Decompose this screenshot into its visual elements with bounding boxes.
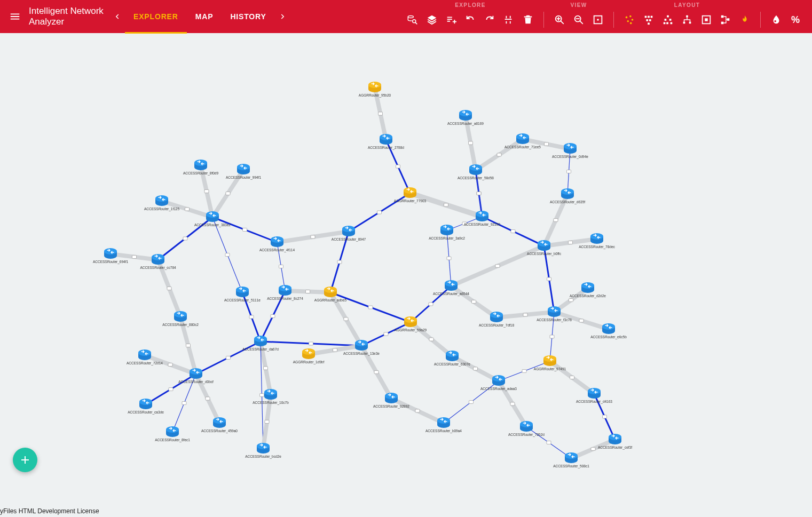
router-node[interactable]: ACCESSRouter_d635f [550, 188, 585, 204]
edge-badge [477, 192, 481, 195]
layout-organic-button[interactable] [620, 11, 638, 29]
graph-canvas[interactable]: AGGRRouter_95b20ACCESSRouter_2788dACCESS… [0, 33, 812, 517]
svg-point-40 [459, 110, 472, 116]
svg-point-31 [774, 20, 776, 22]
router-node[interactable]: ACCESSRouter_d4163 [576, 388, 612, 404]
router-node[interactable]: ACCESSRouter_10c7b [253, 389, 289, 405]
edge-badge [523, 313, 527, 316]
network-graph[interactable]: AGGRRouter_95b20ACCESSRouter_2788dACCESS… [0, 33, 812, 517]
router-node[interactable]: AGGRRouter_adbe5 [314, 287, 347, 303]
tree-icon [681, 14, 693, 26]
fit-screen-button[interactable] [589, 11, 607, 29]
tabs-next-button[interactable] [275, 12, 291, 21]
edge-badge [569, 299, 573, 302]
router-node[interactable]: ACCESSRouter_d2d2e [570, 282, 606, 298]
svg-rect-12 [648, 16, 650, 18]
svg-point-118 [404, 316, 417, 323]
toolbar-group-extras: % [764, 2, 808, 29]
edge-badge [168, 363, 172, 367]
tabs-prev-button[interactable] [109, 12, 125, 21]
tab-explorer[interactable]: EXPLORER [125, 0, 187, 33]
router-node[interactable]: ACCESSRouter_3a9c2 [429, 225, 465, 241]
layout-grid1-button[interactable] [640, 11, 658, 29]
edge-badge [311, 235, 315, 238]
toolbar-group-label: LAYOUT [674, 2, 700, 9]
zoom-in-button[interactable] [550, 11, 569, 29]
edge-badge [447, 257, 451, 260]
edge-badge [226, 356, 231, 360]
percent-button[interactable]: % [786, 11, 805, 29]
router-node[interactable]: ACCESSRouter_994f1 [226, 164, 262, 180]
router-node[interactable]: ACCESSRouter_5111e [224, 287, 261, 303]
router-node[interactable]: ACCESSRouter_a8169 [447, 110, 484, 126]
node-label: AGGRRouter_97491 [534, 367, 566, 371]
svg-rect-23 [686, 15, 688, 18]
router-node[interactable]: AGGRRouter_95b20 [359, 82, 391, 98]
edge-badge [522, 370, 526, 373]
undo-button[interactable] [461, 11, 479, 29]
edge-badge [579, 319, 584, 322]
svg-point-70 [342, 226, 355, 232]
node-label: ACCESSRouter_459a0 [201, 429, 238, 433]
router-node[interactable]: ACCESSRouter_bcd2e [245, 443, 281, 459]
router-node[interactable]: ACCESSRouter_ca3de [128, 399, 164, 415]
router-node[interactable]: ACCESSRouter_da67d [242, 336, 279, 352]
svg-point-133 [138, 349, 151, 356]
edge-badge [415, 409, 420, 412]
search-db-icon [407, 14, 419, 26]
router-node[interactable]: ACCESSRouter_92892 [373, 393, 409, 409]
router-node[interactable]: ACCESSRouter_8fec1 [155, 426, 190, 442]
grid2-icon [662, 14, 674, 26]
layout-tree-button[interactable] [678, 11, 696, 29]
node-label: ACCESSRouter_92390 [464, 222, 500, 227]
svg-point-124 [254, 336, 267, 342]
router-node[interactable]: ACCESSRouter_b09a4 [425, 417, 462, 433]
zoom-out-button[interactable] [570, 11, 588, 29]
layout-orthogonal-button[interactable] [697, 11, 715, 29]
router-node[interactable]: AGGRRouter_97491 [534, 355, 566, 371]
layout-heat-button[interactable] [736, 11, 754, 29]
tab-map[interactable]: MAP [187, 0, 222, 33]
tab-history[interactable]: HISTORY [222, 0, 274, 33]
add-list-button[interactable] [442, 11, 460, 29]
router-node[interactable]: ACCESSRouter_880c2 [162, 311, 199, 327]
add-fab[interactable] [13, 448, 37, 472]
router-node[interactable]: ACCESSRouter_72d14 [127, 349, 163, 365]
edge-badge [204, 190, 209, 193]
edge-badge [495, 265, 500, 268]
router-node[interactable]: ACCESSRouter_7df18 [479, 312, 515, 328]
edge-badge [547, 441, 551, 444]
router-node[interactable]: ACCESSRouter_adaa3 [480, 375, 517, 391]
edge-badge [279, 265, 283, 268]
redo-button[interactable] [480, 11, 499, 29]
collapse-button[interactable] [500, 11, 518, 29]
edge-badge [132, 256, 137, 259]
router-node[interactable]: ACCESSRouter_7262d [508, 421, 545, 437]
svg-point-166 [543, 355, 556, 362]
router-node[interactable]: ACCESSRouter_cef3f [598, 434, 632, 450]
svg-point-58 [404, 187, 416, 194]
node-label: ACCESSRouter_5111e [224, 298, 261, 303]
drop-button[interactable] [767, 11, 785, 29]
router-node[interactable]: ACCESSRouter_2788d [368, 134, 404, 150]
node-label: ACCESSRouter_508c1 [553, 464, 589, 468]
router-node[interactable]: ACCESSRouter_8f0d9 [183, 160, 219, 176]
edge-badge [554, 219, 558, 222]
layers-button[interactable] [423, 11, 441, 29]
layout-grid2-button[interactable] [659, 11, 677, 29]
edge-badge [306, 290, 310, 293]
layout-hierarchy-button[interactable] [716, 11, 735, 29]
node-label: ACCESSRouter_58d58 [458, 176, 494, 180]
delete-button[interactable] [519, 11, 537, 29]
undo-icon [464, 14, 476, 26]
router-node[interactable]: ACCESSRouter_58d58 [458, 164, 494, 180]
router-node[interactable]: ACCESSRouter_6307e [434, 351, 470, 367]
edge-badge [344, 317, 348, 321]
zoom-out-icon [573, 14, 585, 26]
svg-point-94 [279, 285, 291, 291]
node-label: ACCESSRouter_b0ffc [527, 252, 562, 256]
node-label: ACCESSRouter_0d94e [552, 155, 588, 159]
search-db-button[interactable] [404, 11, 422, 29]
menu-button[interactable] [4, 0, 26, 33]
router-node[interactable]: ACCESSRouter_459a0 [201, 417, 238, 433]
